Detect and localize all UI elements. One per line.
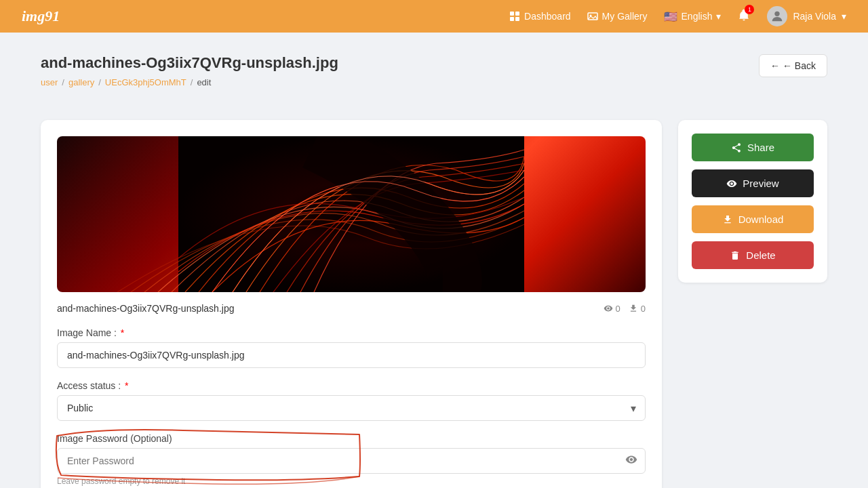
image-preview [57, 136, 646, 292]
svg-rect-1 [515, 12, 519, 16]
breadcrumb-sep-3: / [191, 77, 193, 87]
svg-rect-3 [515, 17, 519, 21]
share-icon [731, 142, 742, 153]
notification-bell[interactable]: 1 [737, 8, 751, 24]
preview-icon [726, 178, 737, 189]
header-nav: Dashboard My Gallery 🇺🇸 English ▾ 1 Raja… [509, 6, 846, 26]
views-stat: 0 [604, 304, 620, 314]
required-star-access: * [125, 380, 128, 391]
share-button[interactable]: Share [692, 134, 814, 161]
notification-badge: 1 [745, 5, 754, 14]
password-group: Image Password (Optional) Leave password… [57, 433, 646, 486]
breadcrumb-sep-1: / [62, 77, 64, 87]
left-panel: and-machines-Og3iix7QVRg-unsplash.jpg 0 … [41, 120, 662, 488]
delete-button[interactable]: Delete [692, 241, 814, 269]
svg-rect-4 [588, 13, 597, 20]
dashboard-link[interactable]: Dashboard [509, 11, 571, 22]
downloads-stat: 0 [629, 304, 646, 314]
image-stats: 0 0 [604, 304, 646, 314]
eye-icon [604, 304, 613, 313]
gallery-icon [587, 11, 598, 22]
eye-toggle-icon[interactable] [625, 453, 637, 468]
avatar [767, 6, 787, 26]
logo: img91 [22, 7, 60, 25]
download-button[interactable]: Download [692, 205, 814, 233]
abstract-art-svg [57, 136, 646, 292]
svg-rect-2 [510, 17, 514, 21]
breadcrumb-sep-2: / [98, 77, 101, 87]
my-gallery-link[interactable]: My Gallery [587, 11, 648, 22]
download-icon [722, 214, 733, 225]
flag-icon: 🇺🇸 [664, 10, 677, 23]
user-chevron-icon: ▾ [842, 11, 846, 22]
svg-point-6 [775, 12, 780, 16]
image-name-input[interactable] [57, 342, 646, 368]
right-panel: Share Preview Download Delete [678, 120, 827, 283]
content-layout: and-machines-Og3iix7QVRg-unsplash.jpg 0 … [41, 120, 827, 488]
svg-rect-0 [510, 12, 514, 16]
access-status-group: Access status : * Public Private ▾ [57, 380, 646, 421]
image-meta: and-machines-Og3iix7QVRg-unsplash.jpg 0 … [57, 303, 646, 314]
required-star-name: * [121, 327, 124, 338]
access-select-wrapper: Public Private ▾ [57, 395, 646, 421]
header: img91 Dashboard My Gallery 🇺🇸 English ▾ … [0, 0, 868, 33]
password-wrapper [57, 448, 646, 474]
page-title: and-machines-Og3iix7QVRg-unsplash.jpg [41, 54, 338, 72]
access-status-label: Access status : * [57, 380, 646, 391]
image-name-group: Image Name : * [57, 327, 646, 368]
image-filename: and-machines-Og3iix7QVRg-unsplash.jpg [57, 303, 234, 314]
main-content: and-machines-Og3iix7QVRg-unsplash.jpg us… [0, 33, 868, 488]
user-menu[interactable]: Raja Viola ▾ [767, 6, 846, 26]
avatar-icon [770, 9, 785, 24]
breadcrumb-id[interactable]: UEcGk3phj5OmMhT [105, 77, 186, 87]
password-input[interactable] [57, 448, 646, 474]
eye-toggle-svg [625, 453, 637, 466]
language-selector[interactable]: 🇺🇸 English ▾ [664, 10, 722, 23]
preview-button[interactable]: Preview [692, 169, 814, 197]
breadcrumb-gallery[interactable]: gallery [68, 77, 94, 87]
access-status-select[interactable]: Public Private [57, 395, 646, 421]
image-name-label: Image Name : * [57, 327, 646, 338]
back-button[interactable]: ← ← Back [759, 54, 827, 77]
page-header-area: and-machines-Og3iix7QVRg-unsplash.jpg us… [41, 54, 827, 104]
breadcrumb-edit: edit [197, 77, 211, 87]
download-count-icon [629, 304, 638, 313]
breadcrumb-user[interactable]: user [41, 77, 58, 87]
password-label: Image Password (Optional) [57, 433, 646, 444]
back-arrow-icon: ← [770, 60, 780, 71]
chevron-down-icon: ▾ [716, 11, 721, 22]
delete-icon [730, 250, 741, 261]
breadcrumb: user / gallery / UEcGk3phj5OmMhT / edit [41, 77, 338, 87]
password-hint: Leave password empty to remove it [57, 476, 646, 486]
dashboard-icon [509, 11, 520, 22]
title-breadcrumb-area: and-machines-Og3iix7QVRg-unsplash.jpg us… [41, 54, 338, 104]
